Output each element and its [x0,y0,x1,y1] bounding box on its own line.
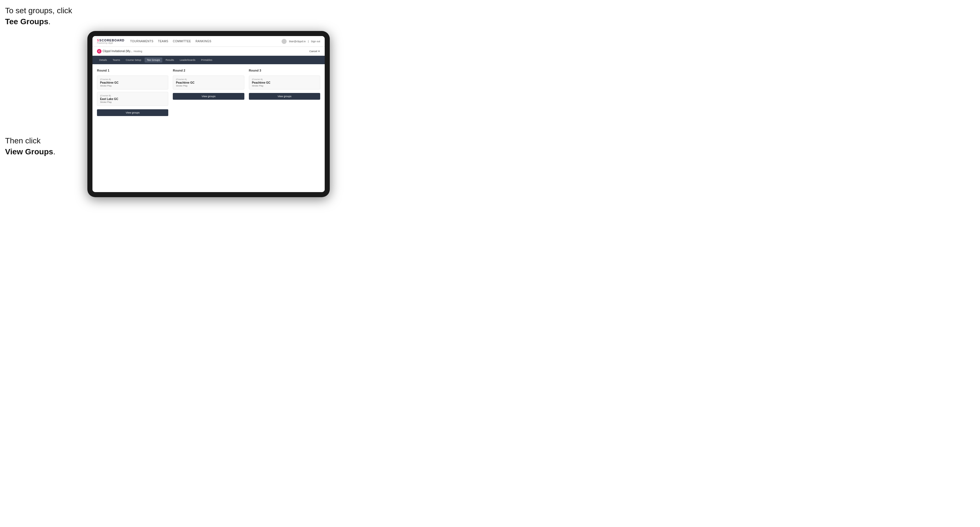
round-1-view-groups-button[interactable]: View groups [97,109,168,116]
tab-bar: Details Teams Course Setup Tee Groups Re… [92,56,325,64]
round-3-course-a-card: (Course A) Peachtree GC Stroke Play [249,76,320,90]
round-2-title: Round 2 [173,69,244,72]
round-2-view-groups-button[interactable]: View groups [173,93,244,100]
round-1-column: Round 1 (Course A) Peachtree GC Stroke P… [97,69,168,187]
round-1-course-a-name: Peachtree GC [100,81,165,84]
tab-course-setup[interactable]: Course Setup [124,57,143,62]
round-1-course-a-card: (Course A) Peachtree GC Stroke Play [97,76,168,90]
sub-nav-hosting: Hosting [134,50,142,53]
round-3-course-a-mode: Stroke Play [252,84,317,87]
nav-item-tournaments[interactable]: TOURNAMENTS [130,40,154,43]
tab-details[interactable]: Details [97,57,109,62]
round-1-course-b-label: (Course B) [100,94,165,97]
round-2-course-a-card: (Course A) Peachtree GC Stroke Play [173,76,244,90]
round-1-title: Round 1 [97,69,168,72]
instruction-top-bold: Tee Groups [5,17,48,26]
round-3-title: Round 3 [249,69,320,72]
tablet-frame: SSCOREBOARD Powered by clippit TOURNAMEN… [88,31,330,197]
instruction-top: To set groups, click Tee Groups. [5,5,72,27]
tablet-screen: SSCOREBOARD Powered by clippit TOURNAMEN… [92,36,325,192]
nav-logo-sub: Powered by clippit [97,42,124,44]
sub-nav-title: Clippd Invitational (My... [103,49,132,53]
nav-logo: SSCOREBOARD Powered by clippit [97,38,124,44]
instruction-bottom: Then click View Groups. [5,135,55,157]
sign-out-link[interactable]: Sign out [311,40,320,43]
pipe-separator: | [308,40,309,43]
cancel-button[interactable]: Cancel ✕ [309,50,320,53]
round-2-course-a-name: Peachtree GC [176,81,241,84]
tab-teams[interactable]: Teams [110,57,123,62]
tab-tee-groups[interactable]: Tee Groups [145,57,162,62]
round-3-course-a-name: Peachtree GC [252,81,317,84]
instruction-bottom-line1: Then click [5,137,41,145]
round-1-course-b-mode: Stroke Play [100,101,165,103]
instruction-bottom-bold: View Groups [5,147,53,156]
tab-results[interactable]: Results [164,57,177,62]
nav-right: blair@clippd.io | Sign out [282,39,320,44]
nav-item-committee[interactable]: COMMITTEE [173,40,191,43]
round-3-column: Round 3 (Course A) Peachtree GC Stroke P… [249,69,320,187]
nav-items: TOURNAMENTS TEAMS COMMITTEE RANKINGS [130,40,282,43]
round-2-column: Round 2 (Course A) Peachtree GC Stroke P… [173,69,244,187]
round-1-course-b-name: East Lake GC [100,97,165,100]
round-1-course-b-card: (Course B) East Lake GC Stroke Play [97,92,168,106]
sub-nav-c-logo: C [97,49,102,54]
tab-printables[interactable]: Printables [199,57,215,62]
nav-item-rankings[interactable]: RANKINGS [196,40,212,43]
round-3-course-a-label: (Course A) [252,78,317,81]
nav-bar: SSCOREBOARD Powered by clippit TOURNAMEN… [92,36,325,47]
nav-item-teams[interactable]: TEAMS [158,40,168,43]
round-1-course-a-mode: Stroke Play [100,84,165,87]
tab-leaderboards[interactable]: Leaderboards [178,57,198,62]
avatar [282,39,286,44]
user-email: blair@clippd.io [289,40,305,43]
nav-logo-text: SSCOREBOARD [97,38,124,42]
round-1-course-a-label: (Course A) [100,78,165,81]
instruction-top-line1: To set groups, click [5,6,72,15]
content-area: Round 1 (Course A) Peachtree GC Stroke P… [92,64,325,192]
round-3-view-groups-button[interactable]: View groups [249,93,320,100]
sub-nav: C Clippd Invitational (My... Hosting Can… [92,47,325,56]
sub-nav-logo: C Clippd Invitational (My... Hosting [97,49,142,54]
round-2-course-a-mode: Stroke Play [176,84,241,87]
round-2-course-a-label: (Course A) [176,78,241,81]
